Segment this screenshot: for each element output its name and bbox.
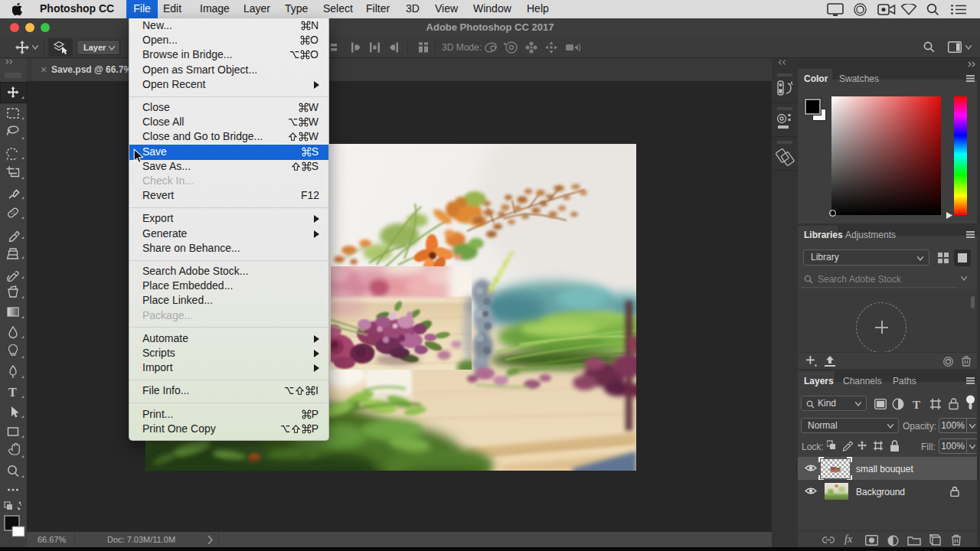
svg-text:T: T: [913, 399, 920, 411]
svg-text:T: T: [8, 386, 17, 399]
